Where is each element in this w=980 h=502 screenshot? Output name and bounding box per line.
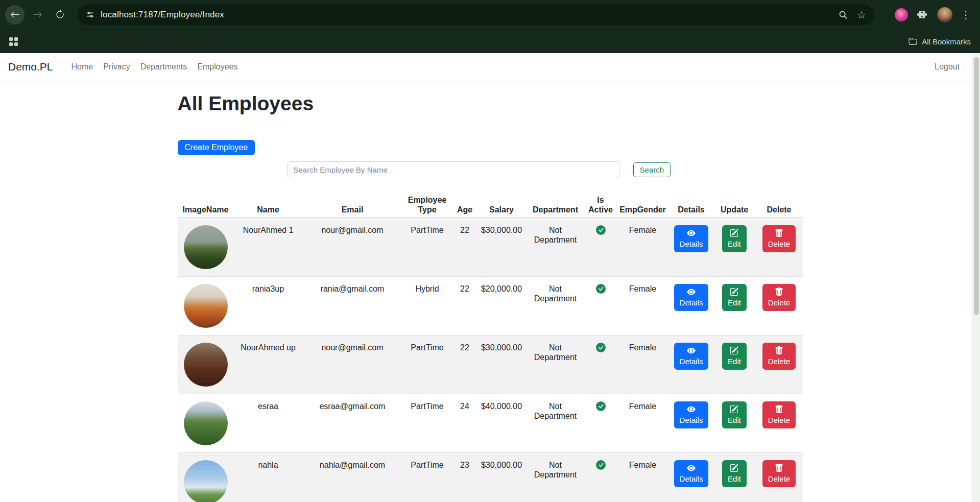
- delete-button[interactable]: Delete: [762, 225, 796, 252]
- trash-icon: [775, 229, 783, 237]
- reload-button[interactable]: [50, 5, 69, 25]
- details-button[interactable]: Details: [674, 225, 709, 252]
- employee-gender: Female: [616, 394, 670, 453]
- nav-link-employees[interactable]: Employees: [192, 59, 243, 75]
- browser-profile-avatar[interactable]: [937, 7, 952, 22]
- delete-button[interactable]: Delete: [762, 343, 796, 370]
- employee-age: 24: [452, 394, 477, 453]
- is-active-cell: [585, 394, 616, 453]
- employee-department: Not Department: [526, 336, 585, 394]
- back-arrow-icon: [10, 10, 20, 19]
- page-title: All Employees: [178, 92, 803, 115]
- bookmarks-folder-icon: [909, 37, 917, 46]
- pencil-square-icon: [730, 288, 738, 296]
- brand-link[interactable]: Demo.PL: [8, 61, 53, 73]
- edit-button[interactable]: Edit: [722, 460, 747, 487]
- employees-table: ImageName Name Email Employee Type Age S…: [178, 192, 803, 502]
- edit-button[interactable]: Edit: [722, 225, 747, 252]
- table-row: esraa esraa@gmail.com PartTime 24 $40,00…: [178, 394, 803, 453]
- employee-photo: [184, 225, 228, 269]
- employee-name: esraa: [234, 394, 303, 453]
- employee-photo: [184, 284, 228, 328]
- nav-link-privacy[interactable]: Privacy: [98, 59, 135, 75]
- delete-button-label: Delete: [768, 357, 790, 366]
- details-button[interactable]: Details: [674, 460, 709, 487]
- pencil-square-icon: [730, 464, 738, 472]
- bookmark-star-button[interactable]: ☆: [857, 10, 866, 20]
- header-department: Department: [526, 192, 585, 218]
- employee-gender: Female: [616, 453, 670, 502]
- details-button[interactable]: Details: [674, 343, 709, 370]
- logout-link[interactable]: Logout: [935, 62, 960, 71]
- table-row: rania3up rania@gmail.com Hybrid 22 $20,0…: [178, 277, 803, 336]
- search-input[interactable]: [287, 161, 619, 178]
- header-delete: Delete: [756, 192, 803, 218]
- main-container: All Employees Create Employee Search Ima…: [178, 92, 803, 502]
- employee-name: rania3up: [234, 277, 303, 336]
- scrollbar-thumb[interactable]: [974, 57, 979, 315]
- edit-button[interactable]: Edit: [722, 401, 747, 428]
- kebab-menu-icon[interactable]: ⋮: [961, 10, 971, 20]
- extensions-menu-button[interactable]: [917, 10, 927, 19]
- employee-department: Not Department: [526, 218, 585, 277]
- scrollbar[interactable]: [972, 53, 980, 502]
- pencil-square-icon: [730, 229, 738, 237]
- header-update: Update: [713, 192, 756, 218]
- eye-icon: [687, 464, 696, 472]
- employee-department: Not Department: [526, 453, 585, 502]
- employee-age: 22: [452, 336, 477, 394]
- nav-link-home[interactable]: Home: [66, 59, 99, 75]
- search-button[interactable]: Search: [633, 162, 671, 177]
- all-bookmarks-button[interactable]: All Bookmarks: [909, 37, 971, 46]
- site-settings-tune-icon[interactable]: [86, 10, 94, 19]
- employee-gender: Female: [616, 336, 670, 394]
- is-active-cell: [585, 218, 616, 277]
- delete-button[interactable]: Delete: [762, 460, 796, 487]
- employee-photo: [184, 460, 228, 502]
- is-active-cell: [585, 453, 616, 502]
- edit-button[interactable]: Edit: [722, 284, 747, 311]
- details-button-label: Details: [680, 357, 703, 366]
- eye-icon: [687, 346, 696, 355]
- details-button-label: Details: [680, 298, 703, 307]
- check-circle-icon: [596, 401, 606, 411]
- zoom-lens-button[interactable]: [839, 10, 848, 19]
- all-bookmarks-label: All Bookmarks: [922, 37, 971, 46]
- is-active-cell: [585, 277, 616, 336]
- employee-type: PartTime: [402, 394, 452, 453]
- details-button[interactable]: Details: [674, 401, 709, 428]
- extension-pink-icon[interactable]: [895, 8, 908, 21]
- check-circle-icon: [596, 284, 606, 294]
- employee-email: nour@gmail.com: [303, 336, 402, 394]
- forward-button[interactable]: [28, 5, 47, 25]
- trash-icon: [775, 288, 783, 296]
- back-button[interactable]: [5, 5, 25, 25]
- puzzle-icon: [917, 10, 927, 19]
- pencil-square-icon: [730, 346, 738, 355]
- header-employee-type: Employee Type: [402, 192, 452, 218]
- employee-age: 22: [452, 218, 477, 277]
- eye-icon: [687, 288, 696, 296]
- delete-button[interactable]: Delete: [762, 401, 796, 428]
- edit-button[interactable]: Edit: [722, 343, 747, 370]
- page-viewport: Demo.PL Home Privacy Departments Employe…: [0, 53, 980, 502]
- employee-email: nahla@gmail.com: [303, 453, 402, 502]
- employee-type: Hybrid: [402, 277, 452, 336]
- delete-button[interactable]: Delete: [762, 284, 796, 311]
- address-bar[interactable]: localhost:7187/Employee/Index ☆: [78, 4, 874, 25]
- employee-type: PartTime: [402, 336, 452, 394]
- employee-name: nahla: [234, 453, 303, 502]
- tab-groups-grid-icon[interactable]: [9, 37, 18, 46]
- edit-button-label: Edit: [728, 474, 741, 484]
- edit-button-label: Edit: [728, 298, 741, 307]
- edit-button-label: Edit: [728, 357, 741, 366]
- details-button[interactable]: Details: [674, 284, 709, 311]
- nav-link-departments[interactable]: Departments: [135, 59, 193, 75]
- table-header-row: ImageName Name Email Employee Type Age S…: [178, 192, 803, 218]
- check-circle-icon: [596, 460, 606, 470]
- create-employee-button[interactable]: Create Employee: [178, 140, 255, 155]
- table-row: NourAhmed up nour@gmail.com PartTime 22 …: [178, 336, 803, 394]
- table-row: NourAhmed 1 nour@gmail.com PartTime 22 $…: [178, 218, 803, 277]
- url-text: localhost:7187/Employee/Index: [101, 10, 224, 20]
- header-email: Email: [303, 192, 402, 218]
